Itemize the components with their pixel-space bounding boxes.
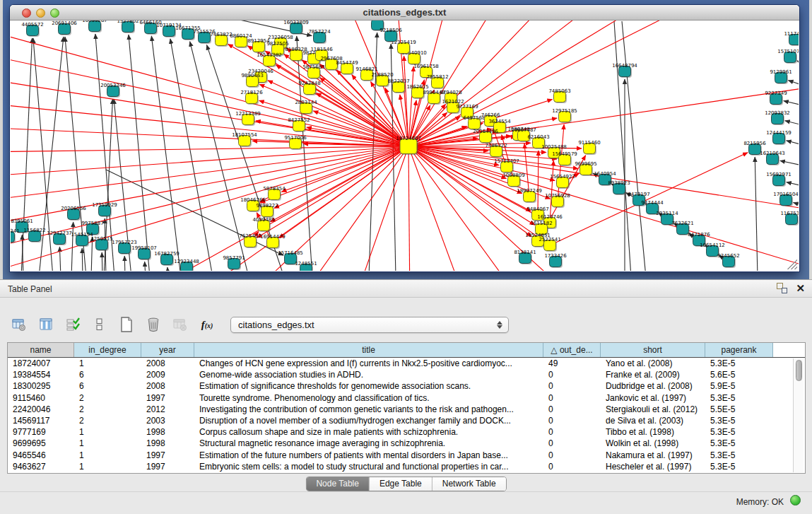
citation-graph[interactable]: 7463822886012489129542322605898275051654… bbox=[11, 21, 799, 271]
cell[interactable]: 5.3E-5 bbox=[705, 426, 773, 438]
cell[interactable]: Tibbo et al. (1998) bbox=[601, 426, 705, 438]
cell[interactable]: 0 bbox=[543, 461, 601, 472]
reference-edge[interactable] bbox=[622, 21, 646, 271]
cell[interactable]: Stergiakouli et al. (2012) bbox=[601, 404, 705, 415]
tab-node-table[interactable]: Node Table bbox=[306, 477, 370, 491]
cell[interactable]: 1997 bbox=[141, 392, 194, 404]
cell[interactable]: de Silva et al. (2003) bbox=[601, 415, 705, 426]
column-header-year[interactable]: year bbox=[141, 343, 194, 357]
citation-edge[interactable] bbox=[408, 146, 410, 271]
table-settings-icon[interactable] bbox=[10, 315, 28, 334]
cell[interactable]: Hescheler et al. (1997) bbox=[601, 461, 705, 472]
cell[interactable]: 0 bbox=[543, 380, 601, 392]
cell[interactable]: Disruption of a novel member of a sodium… bbox=[194, 415, 543, 426]
select-rows-icon[interactable] bbox=[64, 315, 82, 334]
cell[interactable]: 2009 bbox=[141, 369, 194, 380]
table-row[interactable]: 1938455462009Genome-wide association stu… bbox=[8, 369, 805, 380]
column-header-out_de[interactable]: △ out_de... bbox=[543, 343, 601, 357]
reference-edge[interactable] bbox=[787, 182, 799, 187]
cell[interactable]: 1 bbox=[74, 461, 141, 472]
cell[interactable]: 18300295 bbox=[8, 380, 74, 392]
function-builder-icon[interactable]: f(x) bbox=[198, 315, 216, 334]
tab-network-table[interactable]: Network Table bbox=[433, 477, 506, 491]
cell[interactable]: 9777169 bbox=[8, 426, 74, 438]
cell[interactable]: 5.3E-5 bbox=[705, 450, 773, 461]
cell[interactable]: Corpus callosum shape and size in male p… bbox=[194, 426, 543, 438]
resize-grip-icon[interactable] bbox=[787, 259, 797, 269]
cell[interactable]: Jankovic et al. (1997) bbox=[601, 392, 705, 404]
cell[interactable]: 2008 bbox=[141, 380, 194, 392]
reference-edge[interactable] bbox=[793, 202, 799, 206]
reference-edge[interactable] bbox=[145, 262, 146, 271]
cell[interactable]: 22420046 bbox=[8, 404, 74, 415]
reference-edge[interactable] bbox=[151, 36, 181, 271]
cell[interactable]: 2008 bbox=[141, 358, 194, 369]
citation-edge[interactable] bbox=[260, 146, 408, 203]
cell[interactable]: Embryonic stem cells: a model to study s… bbox=[194, 461, 543, 472]
citation-edge[interactable] bbox=[353, 146, 408, 271]
table-row[interactable]: 2242004622012Investigating the contribut… bbox=[8, 404, 805, 415]
cell[interactable]: 1 bbox=[74, 438, 141, 449]
graph-node-18724007[interactable] bbox=[400, 139, 417, 154]
citation-edge[interactable] bbox=[11, 28, 408, 146]
cell[interactable]: 1 bbox=[74, 450, 141, 461]
cell[interactable]: 1997 bbox=[141, 461, 194, 472]
cell[interactable]: Dudbridge et al. (2008) bbox=[601, 380, 705, 392]
reference-edge[interactable] bbox=[785, 121, 799, 126]
float-panel-icon[interactable] bbox=[777, 283, 787, 293]
citation-edge[interactable] bbox=[274, 146, 408, 208]
citation-edge[interactable] bbox=[408, 21, 735, 146]
reference-edge[interactable] bbox=[788, 81, 799, 86]
cell[interactable]: 1998 bbox=[141, 438, 194, 449]
reference-edge[interactable] bbox=[784, 101, 799, 106]
reference-edge[interactable] bbox=[71, 222, 73, 271]
cell[interactable]: 2003 bbox=[141, 415, 194, 426]
cell[interactable]: 0 bbox=[543, 450, 601, 461]
cell[interactable]: 0 bbox=[543, 404, 601, 415]
cell[interactable]: 9699695 bbox=[8, 438, 74, 449]
cell[interactable]: Estimation of significance thresholds fo… bbox=[194, 380, 543, 392]
cell[interactable]: Changes of HCN gene expression and I(f) … bbox=[194, 358, 543, 369]
network-canvas[interactable]: 7463822886012489129542322605898275051654… bbox=[11, 21, 799, 271]
cell[interactable]: 5.3E-5 bbox=[705, 461, 773, 472]
citation-edge[interactable] bbox=[408, 146, 466, 271]
column-header-short[interactable]: short bbox=[601, 343, 705, 357]
cell[interactable]: Estimation of the future numbers of pati… bbox=[194, 450, 543, 461]
table-row[interactable]: 911546021997Tourette syndrome. Phenomeno… bbox=[8, 392, 805, 404]
cell[interactable]: Structural magnetic resonance image aver… bbox=[194, 438, 543, 449]
table-row[interactable]: 946554611997Estimation of the future num… bbox=[8, 450, 805, 461]
reference-edge[interactable] bbox=[780, 160, 799, 166]
reference-edge[interactable] bbox=[797, 61, 799, 65]
cell[interactable]: 5.3E-5 bbox=[705, 438, 773, 449]
citation-edge[interactable] bbox=[538, 151, 539, 215]
stacked-boxes-icon[interactable] bbox=[90, 315, 109, 334]
cell[interactable]: Franke et al. (2009) bbox=[601, 369, 705, 380]
cell[interactable]: 0 bbox=[543, 426, 601, 438]
cell[interactable]: 49 bbox=[543, 358, 601, 369]
column-header-pagerank[interactable]: pagerank bbox=[705, 343, 773, 357]
table-row[interactable]: 977716911998Corpus callosum shape and si… bbox=[8, 426, 805, 438]
reference-edge[interactable] bbox=[82, 248, 83, 271]
cell[interactable]: 1998 bbox=[141, 426, 194, 438]
citation-edge[interactable] bbox=[408, 146, 799, 271]
cell[interactable]: 0 bbox=[543, 369, 601, 380]
cell[interactable]: 0 bbox=[543, 392, 601, 404]
cell[interactable]: 14569117 bbox=[8, 415, 74, 426]
cell[interactable]: 9463627 bbox=[8, 461, 74, 472]
column-chooser-icon[interactable] bbox=[37, 315, 55, 334]
reference-edge[interactable] bbox=[170, 39, 213, 271]
reference-edge[interactable] bbox=[167, 267, 168, 271]
reference-edge[interactable] bbox=[614, 21, 631, 271]
citation-edge[interactable] bbox=[408, 21, 678, 146]
destroy-table-icon[interactable] bbox=[171, 315, 189, 334]
cell[interactable]: 9465546 bbox=[8, 450, 74, 461]
table-row[interactable]: 1456911722003Disruption of a novel membe… bbox=[8, 415, 805, 426]
citation-edge[interactable] bbox=[297, 146, 408, 271]
table-select-dropdown[interactable]: citations_edges.txt bbox=[230, 317, 509, 333]
table-row[interactable]: 1872400712008Changes of HCN gene express… bbox=[8, 358, 805, 369]
reference-edge[interactable] bbox=[59, 247, 61, 271]
cell[interactable]: Yano et al. (2008) bbox=[601, 358, 705, 369]
citation-edge[interactable] bbox=[11, 146, 408, 152]
table-row[interactable]: 969969511998Structural magnetic resonanc… bbox=[8, 438, 805, 449]
cell[interactable]: 2012 bbox=[141, 404, 194, 415]
